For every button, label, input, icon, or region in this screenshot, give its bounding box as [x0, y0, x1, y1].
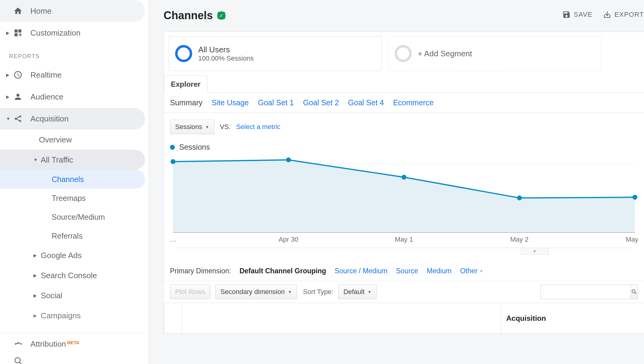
- table-header-row: Acquisition Behavior: [164, 303, 644, 334]
- subtab-ecommerce[interactable]: Ecommerce: [393, 98, 434, 107]
- nav-attribution[interactable]: AttributionBETA: [0, 333, 145, 355]
- svg-rect-0: [15, 30, 18, 33]
- sort-type-dropdown[interactable]: Default ▼: [338, 285, 377, 299]
- vs-label: VS.: [220, 123, 230, 131]
- chart-resize-handle[interactable]: ▼: [521, 248, 549, 255]
- legend-dot-icon: [170, 145, 175, 150]
- line-chart: 100200…Apr 30May 1May 2May 3: [170, 153, 638, 248]
- chart: Sessions 100200…Apr 30May 1May 2May 3 ▼: [164, 141, 644, 255]
- dim-other-dropdown[interactable]: Other ▼: [460, 267, 483, 275]
- discover-icon: [10, 356, 26, 364]
- verified-shield-icon: ✓: [217, 11, 226, 20]
- nav-acquisition-label: Acquisition: [30, 114, 69, 124]
- caret-icon: ▶: [6, 94, 10, 99]
- legend-label: Sessions: [179, 143, 210, 152]
- nav-audience[interactable]: ▶ Audience: [0, 86, 145, 108]
- svg-rect-2: [15, 33, 18, 36]
- dim-other-label: Other: [460, 267, 478, 275]
- segments-row: All Users 100.00% Sessions + Add Segment: [164, 32, 644, 75]
- leaf-channels[interactable]: Channels: [0, 170, 145, 189]
- segment-placeholder-icon: [395, 45, 412, 62]
- segment-color-icon: [175, 45, 192, 62]
- leaf-treemaps[interactable]: Treemaps: [0, 189, 145, 208]
- home-icon: [10, 6, 26, 16]
- svg-point-14: [517, 195, 522, 200]
- sub-overview[interactable]: Overview: [0, 130, 145, 150]
- nav-home-label: Home: [30, 6, 51, 16]
- export-button[interactable]: EXPORT: [603, 10, 644, 19]
- sub-campaigns[interactable]: ▶ Campaigns: [0, 306, 145, 326]
- metric-row: Sessions ▼ VS. Select a metric: [164, 113, 644, 141]
- chevron-down-icon: ▼: [288, 290, 292, 294]
- reports-section-label: REPORTS: [0, 44, 149, 64]
- svg-text:May 3: May 3: [626, 236, 638, 243]
- add-segment-button[interactable]: + Add Segment: [388, 36, 601, 71]
- attribution-icon: [10, 339, 26, 348]
- sub-campaigns-label: Campaigns: [41, 311, 81, 320]
- tab-explorer[interactable]: Explorer: [164, 75, 207, 93]
- caret-icon: ▶: [33, 273, 40, 278]
- export-icon: [603, 10, 611, 19]
- sub-search-console[interactable]: ▶ Search Console: [0, 265, 145, 285]
- sub-all-traffic[interactable]: ▼ All Traffic: [0, 150, 145, 170]
- svg-point-12: [286, 157, 291, 162]
- page-title: Channels: [164, 9, 213, 22]
- caret-icon: ▶: [6, 72, 10, 77]
- leaf-source-medium[interactable]: Source/Medium: [0, 208, 145, 226]
- secondary-dimension-label: Secondary dimension: [220, 288, 285, 296]
- sub-overview-label: Overview: [39, 135, 72, 145]
- chart-legend: Sessions: [170, 143, 638, 152]
- svg-text:May 2: May 2: [510, 236, 528, 243]
- save-button[interactable]: SAVE: [562, 10, 593, 19]
- sub-social[interactable]: ▶ Social: [0, 285, 145, 306]
- nav-attribution-label: AttributionBETA: [30, 339, 79, 349]
- select-metric-link[interactable]: Select a metric: [236, 123, 281, 131]
- dim-source-medium[interactable]: Source / Medium: [335, 267, 388, 275]
- sub-google-ads[interactable]: ▶ Google Ads: [0, 245, 145, 265]
- subtab-summary[interactable]: Summary: [170, 98, 203, 107]
- svg-text:…: …: [170, 236, 176, 243]
- leaf-referrals[interactable]: Referrals: [0, 226, 145, 245]
- chevron-down-icon: ▼: [205, 125, 209, 129]
- acquisition-icon: [10, 114, 26, 123]
- save-icon: [562, 10, 571, 19]
- dim-source[interactable]: Source: [396, 267, 418, 275]
- primary-dimension-value[interactable]: Default Channel Grouping: [240, 267, 326, 275]
- nav-acquisition[interactable]: ▼ Acquisition: [0, 108, 145, 130]
- table-search-input[interactable]: [541, 285, 631, 299]
- table-header-checkbox: [164, 303, 182, 333]
- nav-audience-label: Audience: [30, 92, 63, 102]
- subtab-site-usage[interactable]: Site Usage: [212, 98, 249, 107]
- sub-social-label: Social: [41, 291, 62, 300]
- segment-all-users[interactable]: All Users 100.00% Sessions: [169, 36, 382, 71]
- dim-medium[interactable]: Medium: [427, 267, 452, 275]
- caret-icon: ▶: [33, 293, 40, 298]
- nav-realtime[interactable]: ▶ Realtime: [0, 64, 145, 86]
- dimension-row: Primary Dimension: Default Channel Group…: [164, 255, 644, 281]
- beta-badge: BETA: [67, 340, 79, 345]
- table-search: [541, 285, 638, 299]
- chart-divider: [176, 248, 632, 248]
- nav-discover[interactable]: [0, 355, 145, 364]
- nav-home[interactable]: Home: [0, 0, 145, 22]
- nav-customization[interactable]: ▶ Customization: [0, 22, 145, 44]
- table-search-button[interactable]: [631, 285, 638, 299]
- segment-subtitle: 100.00% Sessions: [198, 54, 254, 62]
- svg-point-11: [171, 159, 175, 164]
- sub-all-traffic-label: All Traffic: [41, 155, 73, 165]
- caret-icon: ▶: [33, 253, 40, 258]
- subtab-goal-set-4[interactable]: Goal Set 4: [348, 98, 384, 107]
- secondary-dimension-dropdown[interactable]: Secondary dimension ▼: [215, 285, 297, 299]
- subtab-goal-set-2[interactable]: Goal Set 2: [303, 98, 339, 107]
- caret-down-icon: ▼: [33, 157, 40, 162]
- primary-metric-dropdown[interactable]: Sessions ▼: [170, 120, 214, 134]
- save-label: SAVE: [574, 11, 593, 19]
- content-area: Channels ✓ SAVE EXPORT All Users 100.00%…: [149, 0, 644, 364]
- subtab-goal-set-1[interactable]: Goal Set 1: [258, 98, 294, 107]
- segment-title: All Users: [198, 45, 254, 54]
- primary-metric-value: Sessions: [175, 123, 202, 131]
- sort-type-value: Default: [343, 288, 365, 296]
- search-icon: [631, 289, 638, 295]
- nav-customization-label: Customization: [30, 28, 81, 38]
- caret-icon: ▶: [6, 30, 10, 35]
